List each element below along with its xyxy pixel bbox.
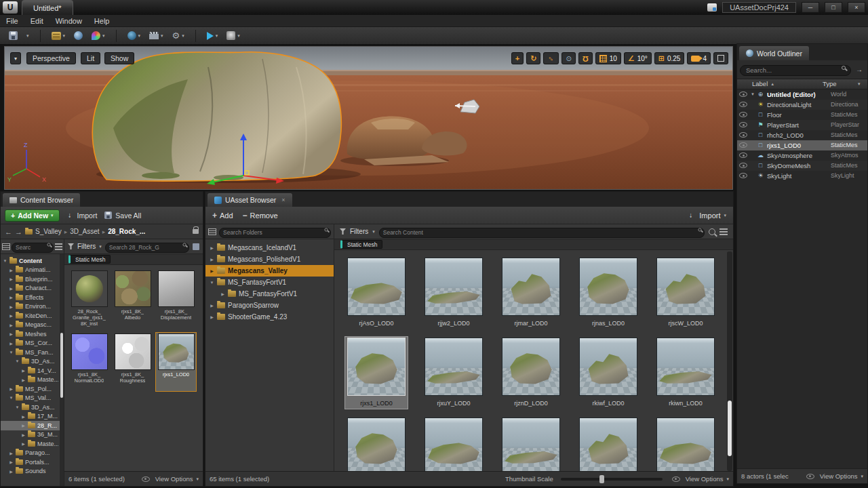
content-tree-item[interactable]: ▼Content bbox=[1, 256, 64, 266]
outliner-row[interactable]: □ SkyDomeMesh StaticMes bbox=[737, 161, 867, 171]
visibility-eye-icon[interactable] bbox=[739, 173, 747, 178]
sources-toggle-icon[interactable] bbox=[2, 243, 10, 250]
expander-icon[interactable]: ▶ bbox=[210, 314, 214, 319]
expander-icon[interactable]: ▶ bbox=[210, 303, 214, 308]
uasset-folder-item-selected[interactable]: ▶Megascans_Valley bbox=[205, 265, 334, 277]
asset-tile[interactable] bbox=[422, 417, 485, 471]
content-tree-item[interactable]: ▶Maste... bbox=[1, 439, 64, 449]
content-tree-item[interactable]: ▼3D_As... bbox=[1, 403, 64, 412]
tree-scrollbar[interactable] bbox=[60, 254, 64, 486]
viewport-options-button[interactable]: ▾ bbox=[10, 52, 21, 64]
expander-icon[interactable]: ▶ bbox=[210, 257, 214, 262]
expander-icon[interactable]: ▶ bbox=[9, 451, 14, 455]
asset-tile[interactable]: 28_Rock_ Granite_rjxs1_ 8K_inst bbox=[68, 269, 110, 329]
close-button[interactable]: × bbox=[848, 2, 865, 13]
asset-tile[interactable] bbox=[577, 417, 639, 471]
scale-snap-button[interactable]: ⊞ 0.25 bbox=[654, 52, 685, 64]
outliner-row[interactable]: □ rhch2_LOD0 StaticMes bbox=[737, 130, 867, 140]
asset-tile[interactable]: rjnas_LOD0 bbox=[577, 257, 639, 329]
uasset-folder-item[interactable]: ▼MS_FantasyFortV1 bbox=[205, 277, 334, 288]
outliner-row-world[interactable]: ▼ ⊕ Untitled (Editor) World bbox=[737, 89, 867, 100]
outliner-view-options[interactable]: View Options bbox=[820, 472, 858, 480]
expander-icon[interactable]: ▶ bbox=[21, 423, 26, 428]
asset-tile[interactable] bbox=[345, 417, 408, 471]
lock-icon[interactable] bbox=[193, 229, 199, 234]
expander-icon[interactable]: ▶ bbox=[21, 432, 26, 437]
expander-icon[interactable]: ▶ bbox=[220, 291, 225, 296]
play-button[interactable]: ▾ bbox=[203, 30, 222, 41]
expander-icon[interactable]: ▶ bbox=[9, 386, 14, 391]
grid-scrollbar[interactable] bbox=[727, 251, 732, 471]
content-tree-item[interactable]: ▶Blueprin... bbox=[1, 274, 64, 284]
close-icon[interactable]: × bbox=[281, 197, 285, 203]
minimize-button[interactable]: ─ bbox=[802, 2, 819, 13]
show-button[interactable]: Show bbox=[104, 52, 134, 64]
visibility-eye-icon[interactable] bbox=[739, 132, 747, 138]
blueprints-button[interactable]: ▾ bbox=[124, 30, 144, 41]
visibility-eye-icon[interactable] bbox=[739, 92, 747, 97]
content-tree-item[interactable]: ▶Animati... bbox=[1, 266, 64, 275]
expander-icon[interactable]: ▶ bbox=[9, 295, 14, 300]
uasset-import-button[interactable]: → Import ▾ bbox=[688, 211, 726, 220]
content-tree-item[interactable]: ▶MS_Pol... bbox=[1, 384, 64, 394]
content-tree-item[interactable]: ▶Parago... bbox=[1, 449, 64, 458]
lit-mode-button[interactable]: Lit bbox=[81, 52, 100, 64]
menu-file[interactable]: File bbox=[0, 16, 24, 26]
outliner-row[interactable]: □ Floor StaticMes bbox=[737, 110, 867, 120]
scrollbar-thumb[interactable] bbox=[728, 401, 732, 456]
expander-icon[interactable]: ▶ bbox=[210, 268, 214, 273]
visibility-eye-icon[interactable] bbox=[739, 102, 747, 107]
menu-edit[interactable]: Edit bbox=[24, 16, 50, 26]
asset-tile[interactable]: rjscW_LOD0 bbox=[654, 257, 717, 329]
save-search-icon[interactable] bbox=[193, 243, 199, 250]
content-tree-item[interactable]: ▶14_V... bbox=[1, 366, 64, 375]
expander-icon[interactable]: ▼ bbox=[749, 92, 756, 96]
expander-icon[interactable]: ▼ bbox=[15, 405, 20, 409]
expander-icon[interactable]: ▶ bbox=[9, 304, 14, 309]
asset-tile-selected[interactable]: rjxs1_LOD0 bbox=[155, 332, 197, 392]
asset-tile[interactable]: rjxs1_8K_ Albedo bbox=[112, 269, 153, 329]
outliner-row-selected[interactable]: □ rjxs1_LOD0 StaticMes bbox=[737, 140, 867, 150]
uasset-folder-item[interactable]: ▶ParagonSparrow bbox=[205, 300, 334, 311]
expander-icon[interactable]: ▶ bbox=[210, 245, 214, 250]
content-tree-item[interactable]: ▶Charact... bbox=[1, 284, 64, 293]
find-icon[interactable] bbox=[709, 228, 715, 235]
expander-icon[interactable]: ▼ bbox=[15, 359, 20, 363]
content-tree-item[interactable]: ▶Portals... bbox=[1, 458, 64, 467]
expander-icon[interactable]: ▼ bbox=[3, 259, 7, 263]
column-options-icon[interactable]: ▾ bbox=[858, 81, 867, 87]
outliner-search-input[interactable] bbox=[740, 65, 851, 76]
camera-speed-button[interactable]: 4 bbox=[687, 52, 711, 64]
thumbnail-scale-slider[interactable] bbox=[561, 478, 663, 481]
column-label[interactable]: Label▲ bbox=[737, 80, 823, 87]
sources-toggle-icon[interactable] bbox=[208, 228, 216, 235]
translate-tool-button[interactable]: + bbox=[511, 52, 524, 64]
asset-tile[interactable]: rjjw2_LOD0 bbox=[422, 257, 485, 329]
uasset-add-button[interactable]: + Add bbox=[212, 211, 233, 220]
content-tree-item[interactable]: ▶Meshes bbox=[1, 329, 64, 339]
content-tree-item[interactable]: ▶MS_Cor... bbox=[1, 339, 64, 348]
expander-icon[interactable]: ▶ bbox=[9, 286, 14, 291]
asset-tile[interactable]: rjmar_LOD0 bbox=[500, 257, 562, 329]
expander-icon[interactable]: ▶ bbox=[9, 341, 14, 346]
level-tab[interactable]: Untitled* bbox=[22, 0, 73, 15]
expander-icon[interactable]: ▼ bbox=[9, 350, 14, 354]
breadcrumb-current[interactable]: 28_Rock_... bbox=[108, 228, 145, 235]
asset-tile[interactable]: rjAsO_LOD0 bbox=[345, 257, 408, 329]
outliner-row[interactable]: ☀ SkyLight SkyLight bbox=[737, 171, 867, 181]
scale-tool-button[interactable]: ⇔ bbox=[543, 52, 559, 64]
content-view-options[interactable]: View Options bbox=[155, 475, 193, 483]
content-search-input[interactable] bbox=[379, 228, 705, 238]
slider-handle[interactable] bbox=[599, 475, 604, 483]
uasset-folder-item[interactable]: ▶ShooterGame_4.23 bbox=[205, 311, 334, 323]
expander-icon[interactable]: ▶ bbox=[21, 441, 26, 446]
filter-chip-static-mesh[interactable]: Static Mesh bbox=[68, 255, 111, 264]
cinematics-button[interactable]: ▾ bbox=[146, 30, 167, 41]
import-button[interactable]: → Import bbox=[66, 211, 98, 220]
uasset-remove-button[interactable]: − Remove bbox=[243, 211, 278, 220]
build-button[interactable]: ⚙▾ bbox=[169, 30, 188, 41]
content-tree-item[interactable]: ▼MS_Val... bbox=[1, 394, 64, 403]
rotate-tool-button[interactable]: ↻ bbox=[526, 52, 540, 64]
asset-tile[interactable] bbox=[654, 417, 717, 471]
forward-icon[interactable]: → bbox=[15, 228, 22, 236]
